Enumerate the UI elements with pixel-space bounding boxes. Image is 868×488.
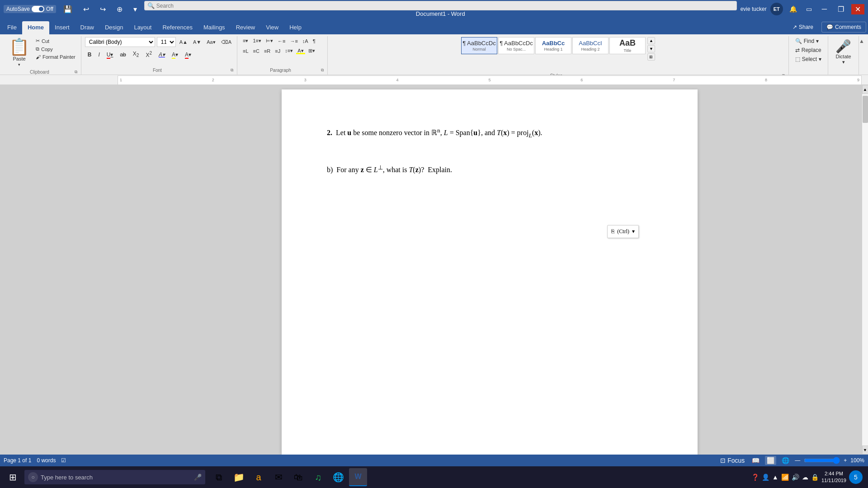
search-input[interactable] <box>156 3 220 9</box>
tab-insert[interactable]: Insert <box>49 21 75 34</box>
find-button[interactable]: 🔍 Find ▾ <box>793 37 821 45</box>
font-family-select[interactable]: Calibri (Body) <box>85 37 155 47</box>
align-right-button[interactable]: ≡R <box>262 47 272 55</box>
autosave-toggle[interactable]: AutoSave Off <box>4 5 56 13</box>
dictate-button[interactable]: 🎤 Dictate ▾ <box>832 37 855 67</box>
comments-button[interactable]: 💬 Comments <box>821 22 866 33</box>
scroll-track[interactable] <box>862 94 868 446</box>
border-button[interactable]: ⊞▾ <box>307 47 317 55</box>
clipboard-expand-icon[interactable]: ⧉ <box>75 70 77 75</box>
tab-draw[interactable]: Draw <box>75 21 99 34</box>
task-view-button[interactable]: ⧉ <box>210 468 228 486</box>
cut-button[interactable]: ✂ Cut <box>34 37 77 45</box>
align-center-button[interactable]: ≡C <box>251 47 261 55</box>
highlight-color-button[interactable]: A▾ <box>169 50 181 59</box>
align-left-button[interactable]: ≡L <box>241 47 250 55</box>
start-button[interactable]: ⊞ <box>2 468 24 486</box>
print-layout-button[interactable]: ⬜ <box>765 456 776 465</box>
dictate-dropdown-icon[interactable]: ▾ <box>842 59 845 65</box>
font-expand-icon[interactable]: ⧉ <box>231 68 233 73</box>
tab-mailings[interactable]: Mailings <box>198 21 231 34</box>
ribbon-display-button[interactable]: ▭ <box>803 4 815 14</box>
minimize-button[interactable]: ─ <box>818 4 830 14</box>
font-size-select[interactable]: 11 <box>157 37 176 47</box>
taskbar-clock[interactable]: 2:44 PM 11/11/2019 <box>821 470 846 484</box>
autosave-switch[interactable] <box>32 6 44 12</box>
spotify-button[interactable]: ♫ <box>309 468 327 486</box>
justify-button[interactable]: ≡J <box>273 47 282 55</box>
taskbar-search[interactable]: ○ Type here to search 🎤 <box>24 470 205 484</box>
paste-dropdown-icon[interactable]: ▾ <box>18 62 20 67</box>
select-dropdown-icon[interactable]: ▾ <box>819 56 821 62</box>
shading-button[interactable]: A▾ <box>296 47 305 55</box>
styles-expand-button[interactable]: ⊞ <box>647 53 655 61</box>
notifications-icon[interactable]: 🔔 <box>787 4 800 14</box>
increase-indent-button[interactable]: →≡ <box>288 38 299 45</box>
amazon-button[interactable]: a <box>250 468 268 486</box>
zoom-slider[interactable] <box>804 457 840 464</box>
multilevel-list-button[interactable]: ⊨▾ <box>264 37 275 45</box>
people-icon[interactable]: 👤 <box>762 474 769 481</box>
tab-home[interactable]: Home <box>22 21 49 34</box>
vpn-icon[interactable]: 🔒 <box>811 474 819 481</box>
read-mode-button[interactable]: 📖 <box>750 456 761 465</box>
cloud-icon[interactable]: ☁ <box>802 474 808 481</box>
notification-badge[interactable]: 5 <box>849 470 863 484</box>
format-painter-button[interactable]: 🖌 Format Painter <box>34 53 77 61</box>
style-item-normal[interactable]: ¶ AaBbCcDc Normal <box>461 37 497 54</box>
subscript-button[interactable]: X2 <box>130 49 142 59</box>
style-item-heading2[interactable]: AaBbCcI Heading 2 <box>572 37 609 54</box>
chrome-button[interactable]: 🌐 <box>329 468 347 486</box>
bold-button[interactable]: B <box>85 50 94 59</box>
vertical-scrollbar[interactable]: ▲ ▼ <box>862 85 868 455</box>
word-button[interactable]: W <box>349 468 367 486</box>
tab-view[interactable]: View <box>260 21 284 34</box>
copy-button[interactable]: ⧉ Copy <box>34 45 77 53</box>
file-explorer-button[interactable]: 📁 <box>230 468 248 486</box>
paste-popup[interactable]: ⎘ (Ctrl) ▾ <box>607 225 639 238</box>
scroll-up-button[interactable]: ▲ <box>862 85 868 94</box>
grow-font-button[interactable]: A▲ <box>178 38 189 46</box>
paste-button[interactable]: 📋 Paste ▾ <box>5 37 33 69</box>
show-formatting-button[interactable]: ¶ <box>311 38 317 45</box>
line-spacing-button[interactable]: ↕≡▾ <box>283 47 295 55</box>
tab-design[interactable]: Design <box>99 21 128 34</box>
styles-scroll-down-button[interactable]: ▼ <box>647 45 655 52</box>
network-icon[interactable]: 📶 <box>781 474 789 481</box>
scroll-down-button[interactable]: ▼ <box>862 446 868 455</box>
find-dropdown-icon[interactable]: ▾ <box>816 38 819 44</box>
proofing-icon[interactable]: ☑ <box>61 457 66 464</box>
share-button[interactable]: ↗ Share <box>787 22 819 32</box>
styles-scroll-up-button[interactable]: ▲ <box>647 37 655 44</box>
collapse-ribbon-button[interactable]: ▲ <box>859 38 864 44</box>
web-layout-button[interactable]: 🌐 <box>780 456 791 465</box>
tab-help[interactable]: Help <box>284 21 307 34</box>
sort-button[interactable]: ↕A <box>301 38 310 45</box>
style-item-no-spacing[interactable]: ¶ AaBbCcDc No Spac... <box>498 37 534 54</box>
focus-button[interactable]: ⊡ Focus <box>718 456 746 465</box>
select-button[interactable]: ⬚ Select ▾ <box>793 55 824 63</box>
replace-button[interactable]: ⇄ Replace <box>793 46 824 54</box>
undo-button[interactable]: ↩ <box>80 4 93 14</box>
tab-file[interactable]: File <box>2 21 22 34</box>
tab-review[interactable]: Review <box>231 21 261 34</box>
superscript-button[interactable]: X2 <box>143 49 155 60</box>
text-effects-button[interactable]: A▾ <box>156 50 168 59</box>
volume-icon[interactable]: 🔊 <box>792 474 799 481</box>
font-color-button[interactable]: A▾ <box>182 50 194 59</box>
store-button[interactable]: 🛍 <box>289 468 307 486</box>
clear-formatting-button[interactable]: ⌫A <box>219 38 233 46</box>
paragraph-expand-icon[interactable]: ⧉ <box>321 68 324 73</box>
strikethrough-button[interactable]: ab <box>117 50 128 59</box>
tab-references[interactable]: References <box>157 21 198 34</box>
question-mark-icon[interactable]: ❓ <box>751 474 759 481</box>
redo-button[interactable]: ↪ <box>96 4 109 14</box>
bullet-list-button[interactable]: ≡▾ <box>241 37 250 45</box>
decrease-indent-button[interactable]: ←≡ <box>276 38 287 45</box>
microphone-icon[interactable]: 🎤 <box>194 474 202 481</box>
tab-layout[interactable]: Layout <box>128 21 157 34</box>
mail-button[interactable]: ✉ <box>269 468 288 486</box>
change-case-button[interactable]: Aa▾ <box>205 38 217 46</box>
numbered-list-button[interactable]: 1≡▾ <box>251 37 263 45</box>
user-avatar[interactable]: ET <box>770 3 783 15</box>
